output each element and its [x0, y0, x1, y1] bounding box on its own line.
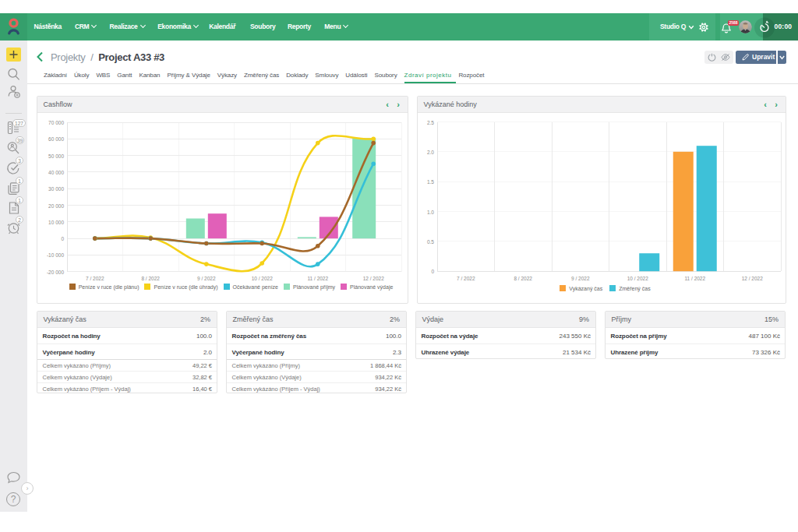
svg-text:7 / 2022: 7 / 2022	[457, 276, 475, 281]
svg-text:10 000: 10 000	[48, 220, 64, 225]
svg-text:70 000: 70 000	[48, 120, 64, 125]
svg-text:12 / 2022: 12 / 2022	[742, 276, 763, 281]
svg-text:1.0: 1.0	[427, 210, 434, 215]
svg-text:8 / 2022: 8 / 2022	[514, 276, 532, 281]
svg-text:0: 0	[61, 236, 64, 241]
svg-text:40 000: 40 000	[48, 170, 64, 175]
svg-text:0: 0	[431, 269, 434, 274]
svg-text:50 000: 50 000	[48, 153, 64, 159]
svg-text:11 / 2022: 11 / 2022	[684, 276, 705, 281]
svg-text:10 / 2022: 10 / 2022	[252, 276, 273, 281]
svg-text:60 000: 60 000	[48, 136, 64, 142]
svg-text:2.5: 2.5	[427, 120, 434, 125]
svg-text:-10 000: -10 000	[47, 252, 64, 258]
svg-text:7 / 2022: 7 / 2022	[86, 276, 104, 281]
svg-text:2.0: 2.0	[427, 150, 434, 155]
svg-text:30 000: 30 000	[48, 186, 64, 192]
svg-text:12 / 2022: 12 / 2022	[363, 276, 384, 281]
svg-text:20 000: 20 000	[48, 203, 64, 209]
svg-text:9 / 2022: 9 / 2022	[571, 276, 590, 281]
svg-text:-20 000: -20 000	[47, 270, 64, 275]
svg-text:11 / 2022: 11 / 2022	[307, 276, 328, 281]
svg-text:10 / 2022: 10 / 2022	[627, 276, 648, 281]
svg-text:1.5: 1.5	[427, 179, 434, 185]
svg-text:8 / 2022: 8 / 2022	[141, 276, 160, 281]
svg-text:0.5: 0.5	[427, 239, 434, 245]
svg-text:9 / 2022: 9 / 2022	[197, 276, 216, 281]
